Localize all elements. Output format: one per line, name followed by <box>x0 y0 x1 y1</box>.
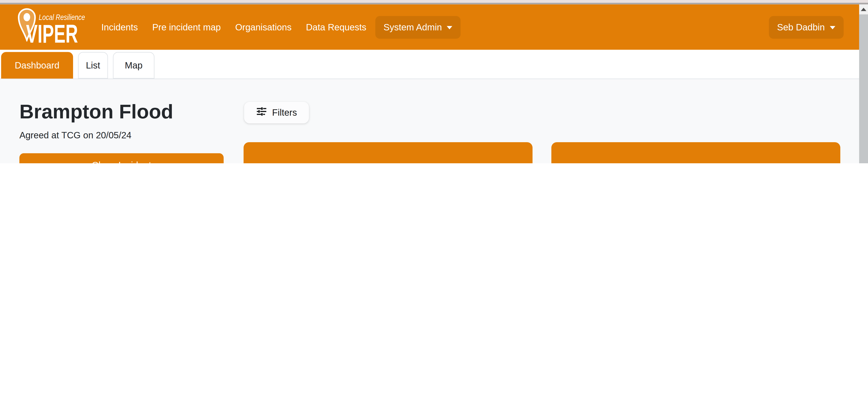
brand-logo[interactable]: Local Resilience VIPER <box>13 4 94 50</box>
system-admin-label: System Admin <box>383 22 442 32</box>
system-admin-menu[interactable]: System Admin <box>375 16 461 38</box>
brand-title: VIPER <box>26 21 78 46</box>
incident-agreed-text: Agreed at TCG on 20/05/24 <box>19 128 131 142</box>
page-vertical-scrollbar[interactable] <box>859 4 868 163</box>
close-incident-button[interactable]: Close Incident <box>19 153 223 163</box>
stat-card-properties-contacted: 13% Properties Contacted <box>552 142 840 163</box>
tab-dashboard[interactable]: Dashboard <box>1 52 73 78</box>
caret-down-icon <box>447 26 452 30</box>
page-title: Brampton Flood <box>19 100 173 124</box>
nav-item-data-requests[interactable]: Data Requests <box>299 4 374 50</box>
scroll-up-button[interactable] <box>861 8 866 11</box>
tab-list[interactable]: List <box>78 52 108 78</box>
vertical-scroll-thumb[interactable] <box>859 14 868 163</box>
nav-item-organisations[interactable]: Organisations <box>228 4 299 50</box>
app-window: Local Resilience VIPER Incidents Pre inc… <box>0 0 868 163</box>
stat-card-vulnerable-properties: 56 Vulnerable Properties <box>244 142 532 163</box>
nav-item-pre-incident-map[interactable]: Pre incident map <box>145 4 228 50</box>
window-top-strip <box>0 0 868 4</box>
tab-map[interactable]: Map <box>113 52 155 78</box>
user-menu-label: Seb Dadbin <box>777 22 825 32</box>
caret-down-icon <box>830 26 835 30</box>
filters-button[interactable]: Filters <box>244 102 309 123</box>
nav-item-incidents[interactable]: Incidents <box>94 4 145 50</box>
user-menu[interactable]: Seb Dadbin <box>769 16 844 38</box>
view-tabbar: Dashboard List Map <box>0 50 859 79</box>
sliders-icon <box>256 106 267 119</box>
nav-links: Incidents Pre incident map Organisations… <box>94 4 461 50</box>
filters-button-label: Filters <box>272 107 297 118</box>
top-navbar: Local Resilience VIPER Incidents Pre inc… <box>0 4 859 50</box>
